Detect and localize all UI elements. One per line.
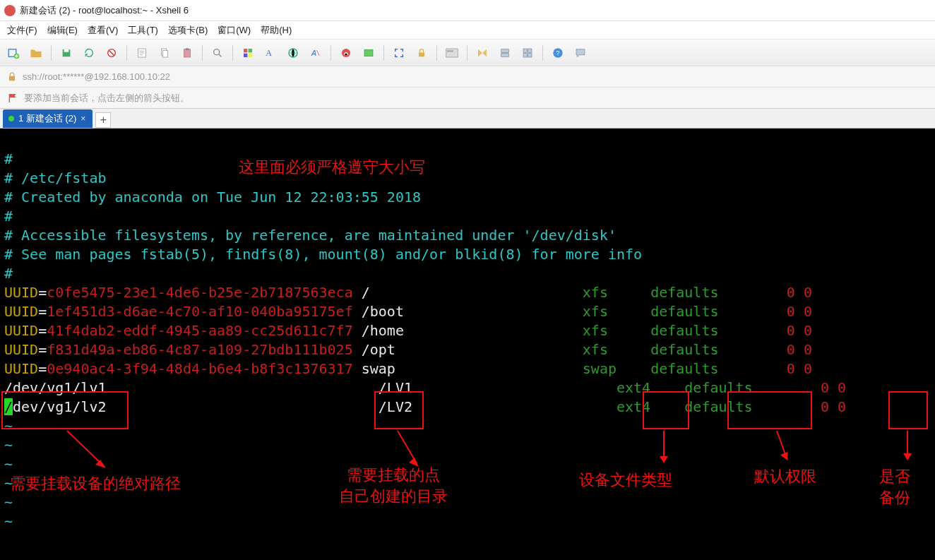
toolbar-separator bbox=[202, 45, 203, 61]
hint-text: 要添加当前会话，点击左侧的箭头按钮。 bbox=[24, 92, 189, 105]
svg-rect-11 bbox=[249, 49, 252, 52]
search-icon[interactable] bbox=[210, 45, 225, 61]
xftp-icon[interactable] bbox=[361, 45, 376, 61]
highlight-box-options bbox=[727, 391, 812, 429]
annotation-mount-point: 需要挂载的点 自己创建的目录 bbox=[339, 465, 448, 507]
terminal[interactable]: # # /etc/fstab # Created by anaconda on … bbox=[0, 129, 935, 560]
annotation-options: 默认权限 bbox=[754, 466, 816, 487]
menu-view[interactable]: 查看(V) bbox=[88, 24, 118, 37]
toolbar-separator bbox=[383, 45, 384, 61]
reconnect-icon[interactable] bbox=[81, 45, 97, 61]
svg-rect-19 bbox=[419, 52, 424, 56]
svg-rect-7 bbox=[184, 49, 190, 56]
menu-help[interactable]: 帮助(H) bbox=[261, 24, 292, 37]
svg-point-9 bbox=[214, 49, 220, 54]
toolbar-separator bbox=[542, 45, 543, 61]
lock-icon[interactable] bbox=[414, 45, 429, 61]
window-title: 新建会话 (2) - root@localhost:~ - Xshell 6 bbox=[20, 4, 189, 17]
svg-rect-22 bbox=[449, 50, 451, 52]
annotation-case-sensitive: 这里面必须严格遵守大小写 bbox=[239, 157, 425, 178]
svg-rect-24 bbox=[501, 49, 509, 52]
paste-icon[interactable] bbox=[179, 45, 195, 61]
menu-tabs[interactable]: 选项卡(B) bbox=[168, 24, 208, 37]
svg-rect-29 bbox=[528, 53, 532, 56]
menu-bar: 文件(F) 编辑(E) 查看(V) 工具(T) 选项卡(B) 窗口(W) 帮助(… bbox=[0, 21, 935, 40]
svg-rect-27 bbox=[528, 49, 532, 52]
toolbar-separator bbox=[51, 45, 52, 61]
help-icon[interactable]: ? bbox=[550, 45, 566, 61]
close-tab-icon[interactable]: × bbox=[81, 114, 85, 124]
svg-rect-10 bbox=[244, 49, 247, 52]
address-text[interactable]: ssh://root:******@192.168.100.10:22 bbox=[23, 71, 170, 82]
svg-text:A: A bbox=[266, 48, 272, 58]
svg-text:A: A bbox=[311, 49, 316, 57]
svg-rect-8 bbox=[186, 48, 189, 50]
svg-rect-23 bbox=[451, 50, 453, 52]
annotation-device-path: 需要挂载设备的绝对路径 bbox=[10, 473, 181, 494]
tile-v-icon[interactable] bbox=[497, 45, 513, 61]
tab-strip: 1 新建会话 (2) × + bbox=[0, 109, 935, 129]
highlight-box-device-path bbox=[1, 391, 129, 429]
properties-icon[interactable] bbox=[134, 45, 150, 61]
svg-rect-28 bbox=[523, 53, 527, 56]
toolbar-separator bbox=[232, 45, 233, 61]
toolbar-separator bbox=[330, 45, 331, 61]
app-icon bbox=[4, 5, 16, 16]
svg-rect-25 bbox=[501, 53, 509, 56]
open-icon[interactable] bbox=[28, 45, 44, 61]
svg-rect-21 bbox=[447, 50, 448, 52]
annotation-dump: 是否 备份 bbox=[879, 466, 910, 508]
highlight-box-dump-pass bbox=[888, 391, 928, 429]
svg-rect-2 bbox=[64, 49, 69, 52]
toolbar-separator bbox=[467, 45, 468, 61]
svg-rect-6 bbox=[162, 50, 167, 56]
font-icon[interactable]: A bbox=[263, 45, 278, 61]
status-dot-icon bbox=[8, 116, 14, 121]
toolbar: AA? bbox=[0, 40, 935, 66]
menu-edit[interactable]: 编辑(E) bbox=[47, 24, 78, 37]
highlight-box-mount-point bbox=[374, 391, 424, 429]
save-icon[interactable] bbox=[59, 45, 74, 61]
disconnect-icon[interactable] bbox=[104, 45, 119, 61]
svg-rect-12 bbox=[244, 53, 247, 56]
menu-window[interactable]: 窗口(W) bbox=[218, 24, 251, 37]
svg-rect-18 bbox=[364, 49, 373, 56]
svg-rect-20 bbox=[446, 49, 458, 57]
toolbar-separator bbox=[436, 45, 437, 61]
feedback-icon[interactable] bbox=[573, 45, 588, 61]
session-tab[interactable]: 1 新建会话 (2) × bbox=[3, 109, 93, 128]
tile-h-icon[interactable] bbox=[475, 45, 490, 61]
svg-text:?: ? bbox=[556, 49, 559, 56]
tile-g-icon[interactable] bbox=[520, 45, 535, 61]
menu-tools[interactable]: 工具(T) bbox=[128, 24, 158, 37]
lock-icon bbox=[7, 72, 17, 82]
new-session-icon[interactable] bbox=[6, 45, 21, 61]
svg-rect-26 bbox=[523, 49, 527, 52]
add-tab-button[interactable]: + bbox=[95, 112, 111, 128]
svg-rect-13 bbox=[249, 53, 252, 56]
title-bar: 新建会话 (2) - root@localhost:~ - Xshell 6 bbox=[0, 0, 935, 21]
xagent-icon[interactable] bbox=[338, 45, 354, 61]
color-scheme-icon[interactable] bbox=[240, 45, 256, 61]
menu-file[interactable]: 文件(F) bbox=[7, 24, 37, 37]
hint-bar: 要添加当前会话，点击左侧的箭头按钮。 bbox=[0, 88, 935, 109]
address-bar: ssh://root:******@192.168.100.10:22 bbox=[0, 66, 935, 88]
flag-icon bbox=[7, 93, 18, 104]
annotation-fstype: 设备文件类型 bbox=[579, 470, 672, 491]
fullscreen-icon[interactable] bbox=[391, 45, 407, 61]
session-tab-label: 1 新建会话 (2) bbox=[18, 112, 76, 125]
highlight-box-fstype bbox=[643, 391, 689, 429]
toolbar-separator bbox=[126, 45, 127, 61]
transparency-icon[interactable]: A bbox=[308, 45, 323, 61]
copy-icon[interactable] bbox=[157, 45, 172, 61]
compose-bar-icon[interactable] bbox=[444, 45, 460, 61]
encoding-icon[interactable] bbox=[285, 45, 301, 61]
